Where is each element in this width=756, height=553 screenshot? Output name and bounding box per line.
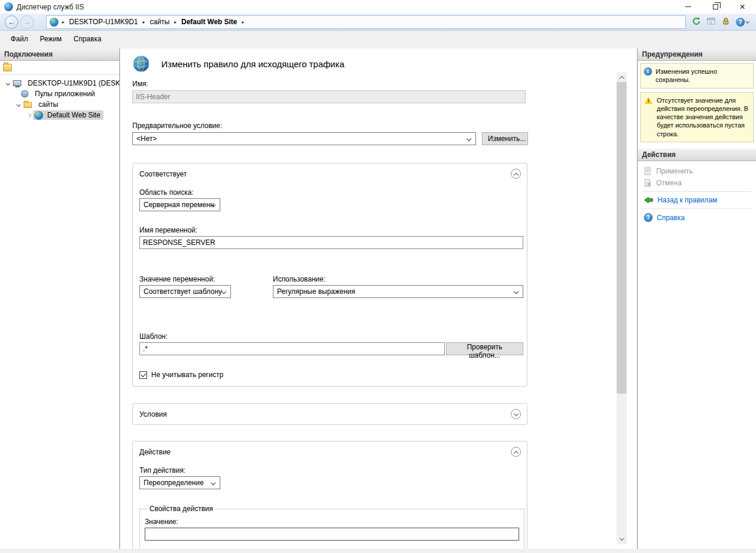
variable-name-input[interactable]	[139, 236, 523, 249]
breadcrumb-chevron-icon[interactable]: ▸	[174, 19, 177, 25]
connections-tree: DESKTOP-U1MK9D1 (DESKTOP Пулы приложений…	[0, 75, 119, 120]
tree-item-server-label: DESKTOP-U1MK9D1 (DESKTOP	[26, 78, 119, 88]
match-groupbox: Соответствует Область поиска: Серверная …	[132, 163, 527, 387]
warning-alert-text: Отсутствует значение для действия переоп…	[657, 96, 750, 138]
chevron-down-icon	[619, 535, 624, 540]
name-input	[132, 90, 526, 103]
expand-section-icon[interactable]	[511, 409, 521, 419]
action-value-input[interactable]	[145, 528, 519, 541]
help-circle-icon: ?	[736, 18, 745, 27]
menu-help[interactable]: Справка	[68, 32, 107, 45]
connections-panel: Подключения DESKTOP-U1MK9D1 (DESKTOP Пул…	[0, 48, 120, 549]
conditions-header-row: Условия	[139, 409, 524, 419]
minimize-button[interactable]	[674, 0, 702, 14]
help-action[interactable]: ? Справка	[638, 211, 756, 224]
help-dropdown-chevron-icon	[745, 19, 750, 23]
expand-chevron-icon[interactable]	[25, 114, 33, 117]
page-title: Изменить правило для исходящего трафика	[161, 59, 344, 69]
refresh-icon[interactable]	[692, 17, 701, 28]
conditions-groupbox: Условия	[132, 403, 527, 425]
address-bar: ← → ▸ DESKTOP-U1MK9D1 ▸ сайты ▸ Default …	[0, 14, 756, 31]
right-panel: Предупреждения Изменения успешно сохране…	[637, 48, 756, 549]
app-pools-icon	[21, 90, 28, 97]
collapse-chevron-icon[interactable]	[14, 103, 22, 106]
actions-list: Применить Отмена Назад к правилам ? Спра…	[638, 161, 756, 224]
collapse-section-icon[interactable]	[511, 447, 521, 457]
match-columns: Значение переменной: Соответствует шабло…	[139, 275, 524, 298]
create-connection-icon[interactable]	[3, 64, 12, 71]
collapse-section-icon[interactable]	[511, 169, 521, 179]
help-label: Справка	[657, 214, 685, 222]
using-value: Регулярные выражения	[277, 287, 356, 296]
action-type-label: Тип действия:	[139, 466, 524, 475]
using-dropdown[interactable]: Регулярные выражения	[273, 285, 523, 298]
tree-item-server[interactable]: DESKTOP-U1MK9D1 (DESKTOP	[0, 78, 119, 89]
help-icon: ?	[644, 213, 653, 222]
test-pattern-button[interactable]: Проверить шаблон...	[446, 342, 523, 355]
vertical-scrollbar[interactable]	[617, 72, 627, 544]
breadcrumb-chevron-icon[interactable]: ▸	[61, 19, 65, 25]
back-to-rules-action[interactable]: Назад к правилам	[638, 194, 756, 206]
precondition-row: <Нет> Изменить...	[132, 132, 636, 145]
minimize-icon	[685, 6, 691, 7]
restore-icon	[713, 4, 718, 9]
tree-item-app-pools-label: Пулы приложений	[33, 89, 97, 99]
ignore-case-label: Не учитывать регистр	[151, 371, 223, 379]
tree-item-sites[interactable]: сайты	[0, 99, 119, 110]
breadcrumb-item-default-web-site[interactable]: Default Web Site	[180, 18, 238, 26]
help-icon[interactable]: ?	[736, 18, 749, 27]
action-type-dropdown[interactable]: Переопределение	[139, 476, 220, 489]
variable-value-value: Соответствует шаблону	[144, 287, 222, 296]
breadcrumb-chevron-icon[interactable]: ▸	[242, 19, 245, 25]
close-button[interactable]: ×	[729, 0, 756, 14]
connections-toolbar	[0, 61, 119, 75]
outbound-rule-globe-icon	[132, 55, 150, 73]
lock-icon[interactable]	[721, 17, 731, 28]
back-to-rules-label: Назад к правилам	[657, 196, 717, 204]
tree-item-default-web-site[interactable]: Default Web Site	[0, 110, 119, 120]
info-icon	[644, 67, 652, 76]
back-button[interactable]: ←	[5, 15, 18, 29]
conditions-header: Условия	[139, 410, 167, 418]
forward-button: →	[20, 15, 34, 29]
tree-item-default-web-site-label: Default Web Site	[45, 110, 102, 120]
match-header: Соответствует	[139, 170, 187, 178]
scope-label: Область поиска:	[139, 188, 524, 197]
tree-item-sites-label: сайты	[37, 100, 60, 109]
menu-bar: Файл Режим Справка	[0, 31, 756, 47]
site-globe-icon	[34, 111, 43, 120]
pattern-input[interactable]	[139, 342, 445, 355]
breadcrumb-item-sites[interactable]: сайты	[149, 18, 171, 26]
cancel-icon	[644, 179, 652, 187]
warning-icon	[644, 96, 653, 104]
cancel-action: Отмена	[638, 177, 756, 189]
ignore-case-checkbox[interactable]	[139, 371, 147, 379]
variable-value-dropdown[interactable]: Соответствует шаблону	[139, 285, 231, 298]
iis-app-icon	[4, 2, 13, 11]
breadcrumb-item-server[interactable]: DESKTOP-U1MK9D1	[68, 18, 139, 26]
scrollbar-thumb[interactable]	[617, 82, 627, 394]
info-alert-text: Изменения успешно сохранены.	[656, 67, 750, 84]
collapse-chevron-icon[interactable]	[4, 82, 12, 85]
chevron-up-icon	[619, 76, 624, 80]
precondition-label: Предварительное условие:	[132, 122, 636, 130]
iis-manager-window: Диспетчер служб IIS × ← → ▸ DESKTOP-U1MK…	[0, 0, 756, 553]
menu-view[interactable]: Режим	[34, 32, 68, 45]
restore-button[interactable]	[702, 0, 729, 14]
page-header: Изменить правило для исходящего трафика	[132, 53, 636, 74]
apply-action: Применить	[638, 165, 756, 177]
scope-dropdown[interactable]: Серверная переменн	[139, 198, 220, 211]
scroll-up-button[interactable]	[617, 72, 627, 82]
sites-folder-icon	[24, 102, 32, 108]
change-precondition-button[interactable]: Изменить...	[482, 132, 528, 145]
breadcrumb-chevron-icon[interactable]: ▸	[142, 19, 146, 25]
precondition-dropdown[interactable]: <Нет>	[132, 132, 476, 145]
globe-icon	[50, 18, 58, 27]
tree-item-app-pools[interactable]: Пулы приложений	[0, 89, 119, 99]
pattern-row: Проверить шаблон...	[139, 342, 524, 355]
scroll-down-button[interactable]	[617, 534, 627, 544]
action-groupbox: Действие Тип действия: Переопределение С…	[132, 441, 527, 549]
actions-separator	[643, 208, 751, 209]
menu-file[interactable]: Файл	[5, 32, 34, 45]
info-alert: Изменения успешно сохранены.	[640, 63, 754, 89]
